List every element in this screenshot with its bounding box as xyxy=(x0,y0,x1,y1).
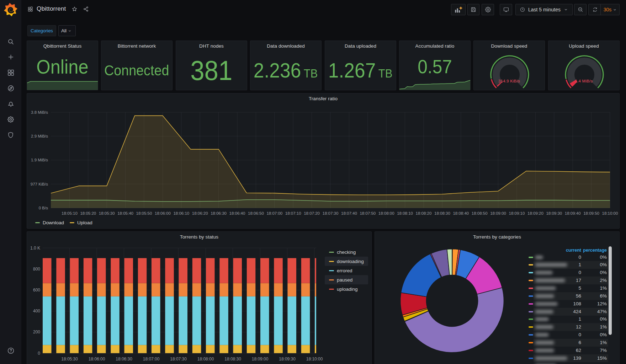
bar-segment-uploading[interactable] xyxy=(219,258,228,283)
bar-segment-downloading[interactable] xyxy=(301,345,310,353)
panel-title[interactable]: Qbittorrent Status xyxy=(27,43,98,49)
category-row-13[interactable]: 13915% xyxy=(534,354,608,362)
category-row-7[interactable]: 42447% xyxy=(534,308,608,316)
bar-segment-errored[interactable] xyxy=(165,296,174,345)
category-row-6[interactable]: 10812% xyxy=(534,300,608,308)
bar-segment-paused[interactable] xyxy=(274,283,283,296)
bar-segment-errored[interactable] xyxy=(138,296,147,345)
bar-segment-paused[interactable] xyxy=(179,283,188,296)
bar-segment-paused[interactable] xyxy=(219,283,228,296)
panel-title[interactable]: Upload speed xyxy=(548,43,619,49)
bar-segment-paused[interactable] xyxy=(192,283,201,296)
category-row-8[interactable]: 10% xyxy=(534,315,608,323)
bar-segment-errored[interactable] xyxy=(70,296,79,345)
category-row-12[interactable]: 627% xyxy=(534,347,608,354)
bar-segment-errored[interactable] xyxy=(274,296,283,345)
bar-segment-uploading[interactable] xyxy=(152,258,160,283)
bar-segment-downloading[interactable] xyxy=(288,345,297,353)
bar-segment-uploading[interactable] xyxy=(192,258,201,283)
bar-segment-uploading[interactable] xyxy=(70,258,79,283)
share-icon[interactable] xyxy=(83,6,89,12)
bar-segment-paused[interactable] xyxy=(165,283,174,296)
category-row-1[interactable]: 10% xyxy=(534,261,608,269)
bar-segment-downloading[interactable] xyxy=(84,345,92,353)
bar-segment-errored[interactable] xyxy=(247,296,256,345)
table-scrollbar[interactable] xyxy=(609,246,612,335)
bar-segment-paused[interactable] xyxy=(124,283,133,296)
bar-segment-uploading[interactable] xyxy=(111,258,120,283)
panel-title[interactable]: Data downloaded xyxy=(250,43,321,49)
bar-segment-downloading[interactable] xyxy=(70,345,79,353)
bar-segment-uploading[interactable] xyxy=(301,258,310,283)
bar-segment-paused[interactable] xyxy=(247,283,256,296)
bar-segment-downloading[interactable] xyxy=(179,345,188,353)
bar-segment-uploading[interactable] xyxy=(315,258,324,283)
bar-segment-uploading[interactable] xyxy=(274,258,283,283)
bar-segment-errored[interactable] xyxy=(152,296,160,345)
sidebar-item-configuration[interactable] xyxy=(0,113,21,126)
bar-segment-errored[interactable] xyxy=(97,296,106,345)
legend-item-downloading[interactable]: downloading xyxy=(325,257,368,266)
bar-segment-downloading[interactable] xyxy=(274,345,283,353)
legend-item-errored[interactable]: errored xyxy=(325,266,368,275)
sidebar-item-dashboards[interactable] xyxy=(0,66,21,79)
bar-segment-errored[interactable] xyxy=(84,296,92,345)
bar-segment-uploading[interactable] xyxy=(138,258,147,283)
category-row-11[interactable]: 61% xyxy=(534,339,608,347)
category-row-10[interactable]: 00% xyxy=(534,331,608,339)
category-row-0[interactable]: 00% xyxy=(534,253,608,261)
bar-segment-uploading[interactable] xyxy=(84,258,92,283)
bar-segment-uploading[interactable] xyxy=(247,258,256,283)
panel-title[interactable]: Accumulated ratio xyxy=(399,43,470,49)
transfer-ratio-chart[interactable]: 0 B/s977 KiB/s1.9 MiB/s2.9 MiB/s3.8 MiB/… xyxy=(27,93,620,229)
legend-item-paused[interactable]: paused xyxy=(325,275,368,284)
torrents-by-categories-donut[interactable] xyxy=(375,232,531,364)
refresh-button[interactable]: 30s xyxy=(588,4,620,15)
bar-segment-downloading[interactable] xyxy=(260,345,269,353)
legend-item-download[interactable]: Download xyxy=(35,220,64,225)
bar-segment-downloading[interactable] xyxy=(192,345,201,353)
bar-segment-downloading[interactable] xyxy=(43,345,52,353)
bar-segment-paused[interactable] xyxy=(43,283,52,296)
bar-segment-uploading[interactable] xyxy=(179,258,188,283)
bar-segment-errored[interactable] xyxy=(111,296,120,345)
save-dashboard-button[interactable] xyxy=(467,4,479,15)
bar-segment-uploading[interactable] xyxy=(165,258,174,283)
category-row-3[interactable]: 172% xyxy=(534,277,608,284)
bar-segment-paused[interactable] xyxy=(56,283,65,296)
bar-segment-downloading[interactable] xyxy=(233,345,242,353)
sidebar-item-explore[interactable] xyxy=(0,82,21,95)
bar-segment-paused[interactable] xyxy=(315,283,324,296)
categories-filter-value-dropdown[interactable]: All xyxy=(58,25,76,36)
bar-segment-uploading[interactable] xyxy=(233,258,242,283)
panel-title[interactable]: DHT nodes xyxy=(176,43,247,49)
bar-segment-paused[interactable] xyxy=(301,283,310,296)
bar-segment-paused[interactable] xyxy=(233,283,242,296)
bar-segment-downloading[interactable] xyxy=(247,345,256,353)
bar-segment-errored[interactable] xyxy=(260,296,269,345)
bar-segment-uploading[interactable] xyxy=(288,258,297,283)
bar-segment-paused[interactable] xyxy=(152,283,160,296)
bar-segment-paused[interactable] xyxy=(97,283,106,296)
bar-segment-paused[interactable] xyxy=(138,283,147,296)
star-icon[interactable] xyxy=(71,6,78,12)
bar-segment-downloading[interactable] xyxy=(152,345,160,353)
time-range-picker[interactable]: Last 5 minutes xyxy=(515,4,573,15)
bar-segment-downloading[interactable] xyxy=(315,345,324,353)
bar-segment-uploading[interactable] xyxy=(97,258,106,283)
sidebar-item-alerting[interactable] xyxy=(0,97,21,110)
bar-segment-downloading[interactable] xyxy=(138,345,147,353)
bar-segment-errored[interactable] xyxy=(301,296,310,345)
panel-title[interactable]: Data uploaded xyxy=(325,43,396,49)
category-row-9[interactable]: 121% xyxy=(534,323,608,331)
bar-segment-paused[interactable] xyxy=(206,283,215,296)
bar-segment-downloading[interactable] xyxy=(124,345,133,353)
bar-segment-errored[interactable] xyxy=(206,296,215,345)
bar-segment-errored[interactable] xyxy=(124,296,133,345)
category-row-14[interactable] xyxy=(534,362,608,364)
bar-segment-errored[interactable] xyxy=(233,296,242,345)
category-row-5[interactable]: 566% xyxy=(534,292,608,300)
legend-item-upload[interactable]: Upload xyxy=(70,220,92,225)
panel-title[interactable]: Download speed xyxy=(474,43,545,49)
categories-filter-label[interactable]: Categories xyxy=(27,25,56,36)
